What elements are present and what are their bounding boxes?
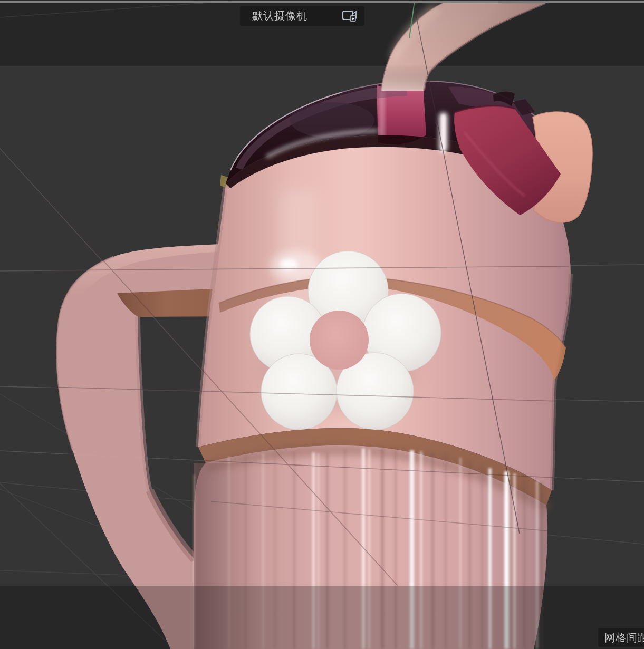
grid-spacing-label: 网格间距 — [604, 631, 644, 645]
floor-plane-overlay — [0, 586, 644, 649]
camera-label: 默认摄像机 — [252, 9, 307, 23]
camera-icon — [340, 9, 358, 24]
grid-spacing-badge: 网格间距 — [598, 628, 644, 647]
viewport-window: 默认摄像机 网格间距 — [0, 0, 644, 649]
top-rule — [0, 1, 644, 3]
camera-selector-button[interactable]: 默认摄像机 — [240, 6, 364, 26]
viewport-canvas[interactable] — [0, 0, 644, 649]
flower-center — [310, 311, 369, 370]
